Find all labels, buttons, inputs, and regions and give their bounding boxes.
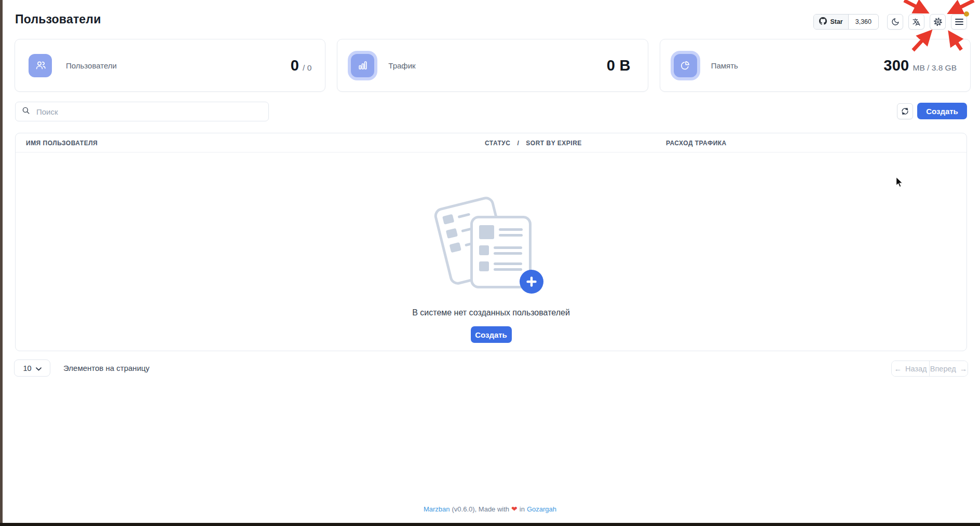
stat-card-label: Пользователи xyxy=(66,61,117,70)
window-left-edge xyxy=(0,0,3,526)
github-logo-icon xyxy=(819,17,827,26)
next-page-button[interactable]: Вперед → xyxy=(930,361,968,376)
memory-value: 300 xyxy=(883,57,909,74)
settings-gear-button[interactable] xyxy=(930,14,946,30)
traffic-value: 0 B xyxy=(607,57,631,74)
footer-in-text: in xyxy=(520,505,525,513)
gozargah-link[interactable]: Gozargah xyxy=(527,505,556,513)
heart-icon: ❤ xyxy=(511,505,518,513)
stat-card-traffic: Трафик 0 B xyxy=(337,39,648,92)
status-header-label[interactable]: СТАТУС xyxy=(485,140,510,147)
stat-card-value: 300 MB / 3.8 GB xyxy=(883,57,957,74)
github-star-segment[interactable]: Star xyxy=(814,15,848,29)
stat-card-value: 0 / 0 xyxy=(291,57,312,74)
column-header-status[interactable]: СТАТУС / SORT BY EXPIRE xyxy=(485,133,582,153)
moon-icon xyxy=(891,18,900,26)
marzban-link[interactable]: Marzban xyxy=(424,505,450,513)
memory-value-suffix: MB / 3.8 GB xyxy=(913,63,957,73)
arrow-right-icon: → xyxy=(960,365,968,373)
stat-card-memory: Память 300 MB / 3.8 GB xyxy=(660,39,971,92)
status-header-separator: / xyxy=(517,140,519,147)
menu-button[interactable] xyxy=(951,14,967,30)
users-value-suffix: / 0 xyxy=(303,63,311,73)
app-window: Пользователи Star 3,360 xyxy=(0,0,980,526)
notification-dot xyxy=(964,11,969,17)
page-title: Пользователи xyxy=(15,12,101,26)
github-star-button[interactable]: Star 3,360 xyxy=(813,14,879,30)
plus-circle-icon xyxy=(520,270,543,294)
chevron-down-icon xyxy=(36,364,42,372)
menu-button-wrap xyxy=(951,14,967,30)
page-size-select[interactable]: 10 xyxy=(14,359,50,377)
empty-state-message: В системе нет созданных пользователей xyxy=(412,308,570,317)
traffic-bars-icon xyxy=(351,54,374,77)
refresh-button[interactable] xyxy=(897,103,913,119)
prev-label: Назад xyxy=(905,365,927,373)
stat-cards: Пользователи 0 / 0 Трафик 0 B Память 300 xyxy=(15,39,971,92)
arrow-left-icon: ← xyxy=(894,365,902,373)
gear-icon xyxy=(933,17,943,26)
next-label: Вперед xyxy=(930,365,956,373)
create-user-button[interactable]: Создать xyxy=(917,103,967,119)
users-icon xyxy=(29,54,52,77)
stat-card-label: Трафик xyxy=(388,61,415,70)
pagination-nav: ← Назад Вперед → xyxy=(891,361,968,377)
search-box xyxy=(15,102,269,121)
hamburger-icon xyxy=(955,18,963,25)
search-icon xyxy=(22,106,30,117)
search-input[interactable] xyxy=(35,107,262,117)
page-size-value: 10 xyxy=(23,364,31,372)
empty-state-create-button[interactable]: Создать xyxy=(471,326,512,343)
prev-page-button[interactable]: ← Назад xyxy=(892,361,930,376)
sort-by-expire-label[interactable]: SORT BY EXPIRE xyxy=(526,140,581,147)
page-size-label: Элементов на страницу xyxy=(63,359,149,377)
memory-pie-icon xyxy=(674,54,697,77)
stat-card-value: 0 B xyxy=(607,57,634,74)
topbar-actions: Star 3,360 xyxy=(813,14,967,30)
window-bottom-edge xyxy=(0,523,980,526)
users-table: ИМЯ ПОЛЬЗОВАТЕЛЯ СТАТУС / SORT BY EXPIRE… xyxy=(15,133,967,351)
column-header-traffic[interactable]: РАСХОД ТРАФИКА xyxy=(666,133,727,153)
dark-mode-button[interactable] xyxy=(887,14,903,30)
footer: Marzban (v0.6.0), Made with ❤ in Gozarga… xyxy=(0,505,980,513)
footer-version-text: (v0.6.0), Made with xyxy=(452,505,510,513)
table-header-row: ИМЯ ПОЛЬЗОВАТЕЛЯ СТАТУС / SORT BY EXPIRE… xyxy=(16,133,967,153)
stat-card-users: Пользователи 0 / 0 xyxy=(15,39,325,92)
empty-state-illustration xyxy=(439,200,543,294)
language-button[interactable] xyxy=(908,14,924,30)
stat-card-label: Память xyxy=(711,61,738,70)
github-star-label: Star xyxy=(830,18,842,25)
language-icon xyxy=(912,18,921,26)
column-header-username[interactable]: ИМЯ ПОЛЬЗОВАТЕЛЯ xyxy=(26,133,98,153)
github-star-count[interactable]: 3,360 xyxy=(849,15,878,29)
empty-state: В системе нет созданных пользователей Со… xyxy=(16,153,967,343)
users-value: 0 xyxy=(291,57,299,74)
refresh-icon xyxy=(901,107,909,116)
